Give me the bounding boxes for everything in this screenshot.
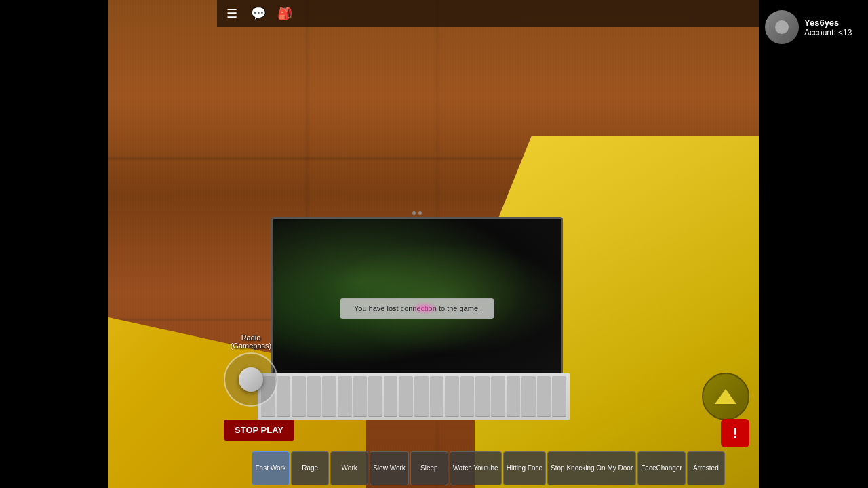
alert-button[interactable]: ! (721, 419, 749, 447)
key (445, 376, 459, 417)
action-btn-face-changer[interactable]: FaceChanger (637, 451, 686, 485)
exclamation-icon: ! (732, 424, 737, 442)
laptop-screen-inner: You have lost connection to the game. (273, 219, 561, 378)
action-btn-arrested[interactable]: Arrested (687, 451, 725, 485)
game-viewport: You have lost connection to the game. (108, 0, 760, 488)
user-text: Yes6yes Account: <13 (804, 18, 852, 37)
key (307, 376, 321, 417)
key (552, 376, 566, 417)
laptop: You have lost connection to the game. (271, 217, 563, 380)
laptop-keyboard (258, 373, 570, 420)
radio-label: Radio (Gamepass) (231, 333, 272, 350)
joystick-outer[interactable] (224, 352, 278, 407)
radio-label-line2: (Gamepass) (231, 342, 272, 350)
arrow-up-icon (715, 389, 736, 404)
action-btn-work[interactable]: Work (330, 451, 368, 485)
avatar (765, 10, 799, 44)
user-info-panel: Yes6yes Account: <13 (760, 0, 868, 54)
black-bar-left (0, 0, 108, 488)
key (338, 376, 352, 417)
laptop-dialog: You have lost connection to the game. (340, 298, 494, 319)
upload-button[interactable] (702, 373, 749, 420)
action-btn-hitting-face[interactable]: Hitting Face (503, 451, 546, 485)
key (460, 376, 475, 417)
top-bar: ☰ 💬 🎒 (217, 0, 760, 27)
key (277, 376, 291, 417)
action-btn-sleep[interactable]: Sleep (410, 451, 448, 485)
key (384, 376, 398, 417)
action-btn-fast-work[interactable]: Fast Work (252, 451, 290, 485)
action-btn-rage[interactable]: Rage (291, 451, 329, 485)
key (322, 376, 336, 417)
key (521, 376, 536, 417)
action-bar: Fast WorkRageWorkSlow WorkSleepWatch You… (217, 447, 760, 488)
key (491, 376, 505, 417)
key (414, 376, 429, 417)
action-btn-watch-youtube[interactable]: Watch Youtube (450, 451, 502, 485)
stop-play-button[interactable]: STOP PLAY (224, 420, 294, 441)
username: Yes6yes (804, 18, 852, 28)
joystick-inner (239, 367, 263, 392)
radio-label-line1: Radio (241, 333, 261, 342)
key (507, 376, 521, 417)
menu-icon[interactable]: ☰ (224, 5, 240, 22)
radio-joystick[interactable]: Radio (Gamepass) (224, 333, 278, 407)
chat-icon[interactable]: 💬 (250, 5, 267, 22)
account-info: Account: <13 (804, 28, 852, 37)
key (368, 376, 382, 417)
key (353, 376, 368, 417)
key (292, 376, 306, 417)
dialog-glow (411, 302, 438, 315)
key (430, 376, 444, 417)
bag-icon[interactable]: 🎒 (277, 5, 293, 22)
key (475, 376, 490, 417)
action-btn-stop-knocking[interactable]: Stop Knocking On My Door (547, 451, 636, 485)
key (399, 376, 413, 417)
screen-dots (412, 211, 422, 215)
key (537, 376, 551, 417)
action-btn-slow-work[interactable]: Slow Work (370, 451, 409, 485)
laptop-screen: You have lost connection to the game. (271, 217, 563, 380)
